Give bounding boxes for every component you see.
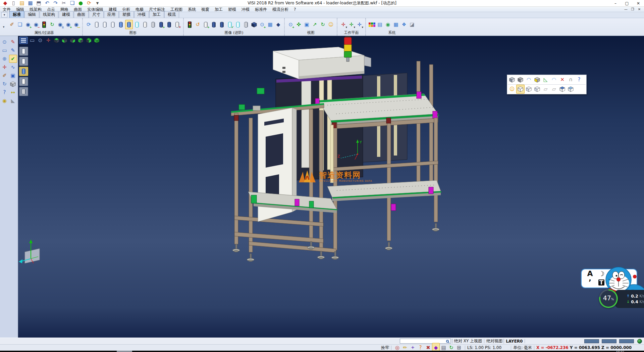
measure-distance-icon[interactable]: ↔ <box>9 88 17 96</box>
peel-shaded-icon[interactable] <box>234 20 242 29</box>
refresh-filters-icon[interactable]: ↻ <box>48 20 56 29</box>
dark-shaded-2-icon[interactable] <box>218 20 226 29</box>
save-file-icon[interactable]: ▦ <box>26 0 34 8</box>
close-button[interactable]: ✕ <box>633 0 644 6</box>
hatch-shaded-icon[interactable] <box>242 20 250 29</box>
blue-surface-icon[interactable]: ◠ <box>550 75 558 84</box>
memory-usage-ball[interactable]: 47 % <box>599 289 618 308</box>
layer-shaded-icon[interactable] <box>19 67 28 76</box>
ime-letter-mode[interactable]: A <box>587 270 593 277</box>
snap-settings-icon[interactable]: ❖ <box>400 20 408 29</box>
delete-surface-icon[interactable]: ✕ <box>558 75 567 84</box>
solid-cube-icon[interactable] <box>9 80 17 88</box>
layer-color-swatch-2[interactable] <box>602 339 616 343</box>
net-speed-panel[interactable]: ↑ 0.2 K/s ↓ 0.4 K/s <box>615 290 644 308</box>
delete-entity-icon[interactable]: ✎ <box>9 38 17 46</box>
help-icon[interactable]: ? <box>1 88 9 96</box>
toolbar-dropdown[interactable]: ▾ <box>1 12 7 17</box>
rotate-view-icon[interactable]: ↻ <box>319 20 327 29</box>
tab-应用[interactable]: 应用 <box>104 11 119 18</box>
menu-item-塑模[interactable]: 塑模 <box>225 7 239 12</box>
layer-flat-icon[interactable] <box>19 77 28 86</box>
remove-render-body-icon[interactable]: ✕ <box>173 20 181 29</box>
show-add-icon[interactable]: ◉+ <box>24 20 32 29</box>
shaded-body-icon[interactable] <box>117 20 125 29</box>
zoom-previous-icon[interactable]: ⊙+ <box>287 20 294 29</box>
blue-wire-cube-2-icon[interactable] <box>533 85 541 94</box>
spline-edit-icon[interactable]: ∿ <box>9 63 17 71</box>
surface-bend-icon[interactable]: ◠ <box>525 75 533 84</box>
tab-冲模[interactable]: 冲模 <box>134 11 149 18</box>
confirm-selection-icon[interactable]: ✔ <box>9 55 17 63</box>
solid-shade-cube-icon[interactable] <box>508 75 516 84</box>
tab-模流[interactable]: 模流 <box>164 11 179 18</box>
tab-曲面[interactable]: 曲面 <box>74 11 89 18</box>
show-remove-icon[interactable]: ◉− <box>32 20 40 29</box>
tab-线架构[interactable]: 线架构 <box>40 11 58 18</box>
regen-view-icon[interactable]: ↻ <box>1 80 9 88</box>
filter-traffic-light-icon[interactable] <box>40 20 48 29</box>
open-file-icon[interactable]: ▤ <box>18 0 26 8</box>
edit-curve-icon[interactable]: ✎ <box>9 46 17 54</box>
dark-shaded-icon[interactable] <box>210 20 218 29</box>
tab-编辑[interactable]: 编辑 <box>24 11 39 18</box>
attributes-palette-icon[interactable]: ✐ <box>1 72 9 80</box>
show-all-icon[interactable]: ◉+ <box>64 20 72 29</box>
iso-view-bottom-icon[interactable] <box>61 37 68 44</box>
mdi-close-button[interactable]: ✕ <box>636 7 643 12</box>
visibility-toggle-icon[interactable]: ◉± <box>56 20 64 29</box>
blue-top-cube-icon[interactable] <box>558 85 567 94</box>
maximize-button[interactable]: ▢ <box>621 0 633 6</box>
render-smiley-icon[interactable]: ☺ <box>327 20 335 29</box>
tab-标准[interactable]: 标准 <box>9 11 24 18</box>
cpl-axes-icon[interactable]: ✛ <box>1 63 9 71</box>
recycle-icon[interactable]: ⟳ <box>85 0 93 8</box>
tab-建模[interactable]: 建模 <box>59 11 73 18</box>
undo-icon[interactable]: ↶ <box>43 0 51 8</box>
pin-toggle[interactable]: 拴牢 <box>381 345 389 351</box>
blue-wire-cube-icon[interactable] <box>525 85 533 94</box>
layer-wireframe-icon[interactable] <box>19 47 28 56</box>
transparent-body-icon[interactable] <box>133 20 141 29</box>
hide-all-icon[interactable]: ◉— <box>72 20 80 29</box>
slant-plane-2-icon[interactable]: ▱ <box>550 85 558 94</box>
mdi-restore-button[interactable]: ❐ <box>629 7 636 12</box>
iso-view-left-icon[interactable] <box>69 37 76 44</box>
workplane-dynamic-icon[interactable]: ✛▾ <box>356 20 363 29</box>
pipe-curve-icon[interactable]: ∩ <box>567 75 575 84</box>
menu-item-?[interactable]: ? <box>291 7 299 12</box>
menu-item-冲模[interactable]: 冲模 <box>239 7 252 12</box>
axes-view-icon[interactable]: ✛ <box>45 37 52 44</box>
hidden-line-body-icon[interactable] <box>101 20 109 29</box>
viewport-3d[interactable]: ▭⊙✛ <box>18 36 644 338</box>
workplane-entity-icon[interactable]: ✛▾ <box>347 20 355 29</box>
add-render-body-icon[interactable]: + <box>157 20 165 29</box>
zoom-last-icon[interactable]: ⊙ <box>1 38 9 46</box>
layer-hatch-icon[interactable] <box>19 87 28 96</box>
absolute-view-mode[interactable]: 绝对视图 <box>486 338 502 344</box>
iso-view-right-icon[interactable] <box>85 37 92 44</box>
palette-help-icon[interactable]: ? <box>575 75 583 84</box>
solid-gray-cube-icon[interactable] <box>516 75 525 84</box>
tab-塑膜[interactable]: 塑膜 <box>119 11 134 18</box>
slant-plane-icon[interactable]: ▱ <box>541 85 550 94</box>
unfold-surface-icon[interactable] <box>533 75 541 84</box>
color-palette-icon[interactable] <box>368 20 376 29</box>
shaded-edges-body-icon[interactable] <box>125 20 133 29</box>
layer-color-swatch-1[interactable] <box>584 339 599 343</box>
copy-icon[interactable]: ❏ <box>68 0 76 8</box>
menu-item-标准件[interactable]: 标准件 <box>252 7 270 12</box>
zoom-one-to-one-icon[interactable]: ▣ <box>303 20 311 29</box>
render-traffic-light-icon[interactable] <box>186 20 194 29</box>
settings-panel-icon[interactable]: ▦ <box>392 20 400 29</box>
redo-icon[interactable]: ↷ <box>52 0 59 8</box>
flatten-surface-icon[interactable]: ◺ <box>541 75 550 84</box>
quick-toolbar-dropdown[interactable]: ▾ <box>94 0 101 8</box>
menu-item-视窗[interactable]: 视窗 <box>199 7 212 12</box>
globe-settings-icon[interactable]: ◉ <box>384 20 392 29</box>
iso-view-top-icon[interactable] <box>53 37 60 44</box>
machine-3d-model[interactable]: Y Z <box>219 36 474 271</box>
solid-cube-render-icon[interactable] <box>250 20 258 29</box>
menu-item-系统[interactable]: 系统 <box>185 7 199 12</box>
ime-moon-icon[interactable]: ☽ <box>598 270 604 277</box>
